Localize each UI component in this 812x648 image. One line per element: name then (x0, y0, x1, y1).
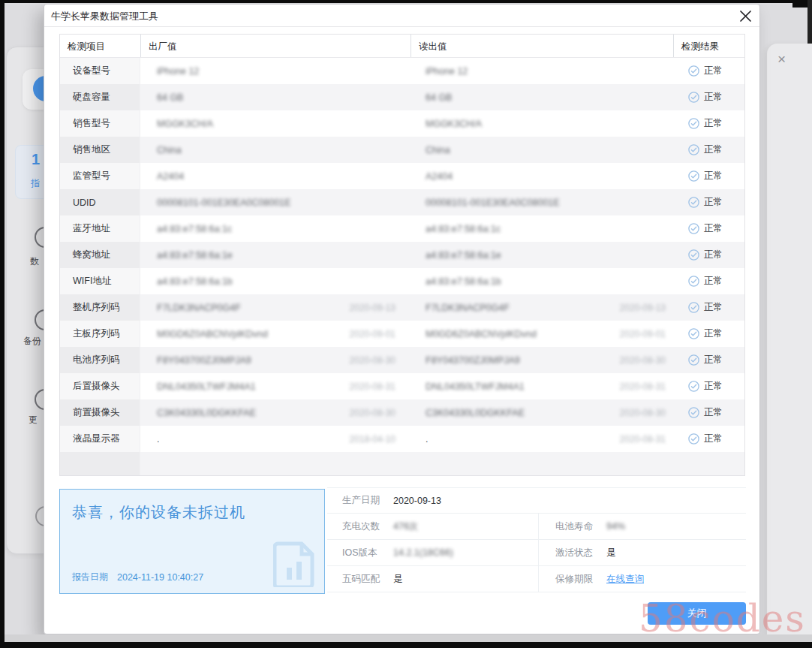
table-row: WIFI地址 a4:83:e7:58:6a:1b a4:83:e7:58:6a:… (60, 268, 744, 294)
read-value-cell: iPhone 12 (411, 58, 673, 84)
factory-value-cell: iPhone 12 (140, 58, 411, 84)
detection-item-label: 销售地区 (60, 137, 140, 163)
check-circle-icon (688, 223, 699, 234)
detection-item-label: UDID (60, 189, 140, 215)
result-title: 恭喜，你的设备未拆过机 (72, 502, 245, 523)
factory-value-cell: A2404 (140, 163, 411, 189)
info-row: 充电次数476次电池寿命94% (327, 514, 746, 540)
info-label: 保修期限 (555, 573, 596, 586)
detection-item-label: 整机序列码 (60, 294, 140, 321)
screen: 1 指 数 备份 更 × 牛学长苹果数据管理工具 检测项目 出厂值 读出值 检测… (0, 0, 812, 648)
read-date: 2020-08-31 (620, 434, 666, 445)
read-date: 2020-08-31 (620, 381, 666, 392)
read-value-cell: China (411, 137, 673, 163)
read-value: C3K04330L0DGKKFAE (426, 408, 525, 418)
check-circle-icon (688, 354, 699, 366)
factory-value: M0GD6Z0ABCNVplKDvnd (157, 329, 268, 339)
read-value-cell: C3K04330L0DGKKFAE 2020-08-30 (411, 399, 673, 426)
table-row: UDID 00008101-001E30EA0C08001E 00008101-… (60, 189, 744, 215)
factory-value-cell: 00008101-001E30EA0C08001E (140, 189, 411, 215)
check-circle-icon (688, 170, 699, 182)
read-value: China (426, 145, 450, 155)
table-header-item: 检测项目 (60, 35, 140, 57)
factory-value: A2404 (157, 171, 184, 182)
read-value-cell: F8Y043700ZJ0MPJA9 2020-08-30 (411, 347, 673, 373)
read-value-cell: A2404 (411, 163, 673, 189)
info-label: 生产日期 (342, 494, 383, 507)
factory-value-cell: 64 GB (140, 84, 411, 110)
info-value: 是 (606, 547, 616, 559)
result-status: 正常 (704, 406, 723, 419)
screen-edge (0, 0, 812, 3)
result-cell: 正常 (673, 399, 744, 426)
check-circle-icon (688, 276, 699, 287)
info-label: 五码匹配 (342, 573, 383, 586)
factory-date: 2020-08-30 (350, 408, 395, 418)
read-value: MGGK3CH/A (426, 119, 482, 129)
report-document-icon (273, 541, 317, 587)
info-value: 94% (606, 521, 625, 532)
dialog-title: 牛学长苹果数据管理工具 (51, 10, 158, 23)
factory-value: iPhone 12 (157, 66, 199, 77)
factory-value-cell: a4:83:e7:58:6a:1b (140, 268, 411, 294)
check-circle-icon (688, 433, 699, 445)
check-circle-icon (688, 249, 699, 261)
table-row: 蓝牙地址 a4:83:e7:58:6a:1c a4:83:e7:58:6a:1c… (60, 215, 744, 242)
detection-item-label: 设备型号 (60, 58, 140, 84)
read-value-cell: a4:83:e7:58:6a:1b (411, 268, 673, 294)
read-value: iPhone 12 (426, 66, 468, 77)
result-status: 正常 (704, 196, 723, 209)
factory-value-cell: a4:83:e7:58:6a:1c (140, 215, 411, 242)
result-cell: 正常 (673, 84, 744, 110)
result-cell: 正常 (673, 110, 744, 137)
factory-date: 2020-09-01 (350, 329, 395, 339)
table-row: 后置摄像头 DNL04350LTWFJM4A1 2020-08-31 DNL04… (60, 373, 744, 399)
factory-value-cell: M0GD6Z0ABCNVplKDvnd 2020-09-01 (140, 321, 411, 347)
info-cell: 激活状态是 (538, 540, 746, 565)
detection-item-label: WIFI地址 (60, 268, 140, 294)
info-cell: 充电次数476次 (327, 514, 538, 539)
detection-item-label: 电池序列码 (60, 347, 140, 373)
info-cell: 生产日期2020-09-13 (327, 488, 746, 513)
read-value-cell: 64 GB (411, 84, 673, 110)
factory-value: 00008101-001E30EA0C08001E (157, 197, 291, 208)
table-row-empty (60, 452, 744, 475)
result-summary-box: 恭喜，你的设备未拆过机 报告日期 2024-11-19 10:40:27 (59, 489, 325, 594)
factory-value: MGGK3CH/A (157, 119, 213, 129)
result-cell: 正常 (673, 347, 744, 373)
check-circle-icon (688, 381, 699, 392)
detection-item-label: 监管型号 (60, 163, 140, 189)
read-value: M0GD6Z0ABCNVplKDvnd (426, 329, 537, 339)
result-status: 正常 (704, 222, 723, 235)
table-row: 监管型号 A2404 A2404 正常 (60, 163, 744, 189)
result-status: 正常 (704, 275, 723, 288)
result-status: 正常 (704, 301, 723, 314)
factory-date: 2020-08-30 (350, 355, 395, 366)
factory-value-cell: a4:83:e7:58:6a:1e (140, 242, 411, 268)
result-status: 正常 (704, 433, 723, 445)
detection-item-label: 液晶显示器 (60, 426, 140, 452)
read-value-cell: a4:83:e7:58:6a:1e (411, 242, 673, 268)
check-circle-icon (688, 302, 699, 313)
detection-item-label: 前置摄像头 (60, 399, 140, 426)
screen-edge (807, 0, 812, 44)
factory-value: DNL04350LTWFJM4A1 (157, 381, 256, 392)
factory-value-cell: MGGK3CH/A (140, 110, 411, 137)
table-body: 设备型号 iPhone 12 iPhone 12 正常 硬盘容量 64 GB 6… (60, 58, 744, 475)
read-value-cell: . 2020-08-31 (411, 426, 673, 452)
result-cell: 正常 (673, 268, 744, 294)
read-value-cell: DNL04350LTWFJM4A1 2020-08-31 (411, 373, 673, 399)
info-value: 476次 (393, 520, 418, 533)
factory-value: 64 GB (157, 92, 183, 103)
read-value: 64 GB (426, 92, 452, 103)
dialog-close-icon[interactable] (735, 6, 755, 26)
read-value: a4:83:e7:58:6a:1c (426, 224, 501, 234)
table-header-row: 检测项目 出厂值 读出值 检测结果 (60, 35, 744, 58)
read-value: F8Y043700ZJ0MPJA9 (426, 355, 520, 366)
check-circle-icon (688, 407, 699, 418)
close-button[interactable]: 关闭 (648, 602, 746, 625)
read-value: F7LDK3NACP0G4F (426, 303, 510, 313)
result-cell: 正常 (673, 426, 744, 452)
warranty-online-query-link[interactable]: 在线查询 (606, 573, 644, 586)
factory-value: a4:83:e7:58:6a:1c (157, 224, 232, 234)
